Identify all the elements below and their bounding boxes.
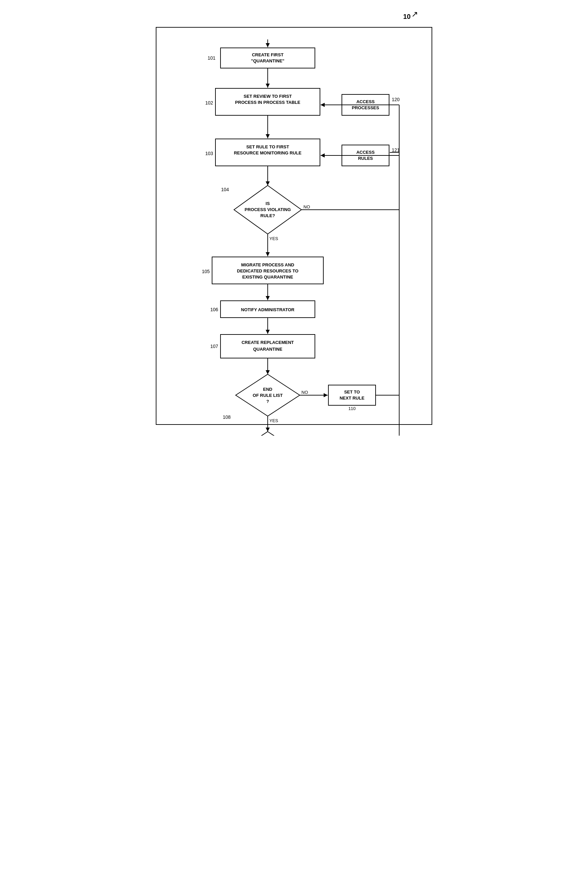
- svg-marker-41: [266, 296, 270, 300]
- svg-text:104: 104: [221, 187, 229, 192]
- svg-text:CREATE REPLACEMENT: CREATE REPLACEMENT: [242, 340, 294, 345]
- svg-text:ACCESS: ACCESS: [356, 150, 375, 155]
- svg-text:107: 107: [210, 344, 219, 349]
- node-101-rect: [220, 48, 315, 68]
- svg-marker-4: [266, 84, 270, 88]
- svg-text:YES: YES: [269, 418, 278, 423]
- svg-text:?: ?: [266, 399, 269, 404]
- svg-text:NO: NO: [303, 204, 310, 209]
- svg-text:SET RULE TO FIRST: SET RULE TO FIRST: [246, 144, 289, 149]
- diagram-container: CREATE FIRST "QUARANTINE" 101 SET REVIEW…: [156, 27, 432, 425]
- svg-text:PROCESS VIOLATING: PROCESS VIOLATING: [245, 207, 291, 212]
- svg-marker-14: [266, 134, 270, 138]
- svg-text:RESOURCE MONITORING RULE: RESOURCE MONITORING RULE: [234, 150, 302, 156]
- svg-text:PROCESSES: PROCESSES: [352, 105, 379, 110]
- svg-marker-45: [266, 330, 270, 334]
- svg-text:QUARANTINE: QUARANTINE: [253, 346, 282, 352]
- svg-text:106: 106: [210, 307, 219, 312]
- figure-label: 10: [403, 13, 411, 21]
- flowchart-svg: CREATE FIRST "QUARANTINE" 101 SET REVIEW…: [163, 38, 440, 436]
- svg-text:MIGRATE PROCESS AND: MIGRATE PROCESS AND: [241, 262, 294, 267]
- node-109-diamond: [236, 432, 300, 436]
- svg-marker-24: [266, 182, 270, 186]
- svg-text:SET REVIEW TO FIRST: SET REVIEW TO FIRST: [244, 94, 292, 99]
- svg-text:EXISTING QUARANTINE: EXISTING QUARANTINE: [242, 274, 293, 279]
- svg-text:101: 101: [208, 55, 216, 61]
- svg-text:108: 108: [223, 414, 231, 420]
- figure-arrow: ↗: [411, 9, 418, 19]
- svg-marker-50: [266, 370, 270, 374]
- svg-marker-32: [266, 252, 270, 256]
- node-110-rect: [328, 385, 376, 405]
- svg-text:NEXT RULE: NEXT RULE: [339, 396, 364, 400]
- svg-text:105: 105: [202, 269, 210, 274]
- svg-text:102: 102: [206, 100, 213, 105]
- svg-text:110: 110: [348, 406, 356, 411]
- flowchart: CREATE FIRST "QUARANTINE" 101 SET REVIEW…: [163, 38, 425, 409]
- svg-text:DEDICATED RESOURCES TO: DEDICATED RESOURCES TO: [237, 268, 298, 273]
- svg-text:NO: NO: [302, 390, 308, 395]
- svg-text:"QUARANTINE": "QUARANTINE": [251, 58, 285, 63]
- svg-text:IS: IS: [266, 201, 270, 206]
- svg-text:120: 120: [392, 97, 400, 102]
- svg-text:ACCESS: ACCESS: [356, 99, 375, 104]
- node-107-rect: [220, 334, 315, 358]
- svg-marker-83: [266, 43, 270, 47]
- svg-text:CREATE FIRST: CREATE FIRST: [252, 52, 284, 57]
- svg-marker-58: [266, 428, 270, 432]
- svg-marker-63: [324, 393, 328, 397]
- svg-text:103: 103: [206, 151, 213, 156]
- svg-text:OF RULE LIST: OF RULE LIST: [253, 393, 283, 398]
- svg-text:121: 121: [392, 147, 400, 153]
- svg-marker-81: [321, 153, 325, 158]
- svg-text:END: END: [263, 387, 272, 392]
- svg-marker-79: [321, 103, 325, 107]
- svg-text:NOTIFY ADMINISTRATOR: NOTIFY ADMINISTRATOR: [241, 307, 295, 312]
- svg-text:RULE?: RULE?: [260, 213, 275, 218]
- page: 10 ↗ CREATE FIRST "QUARANTINE" 101 SET R…: [147, 7, 441, 445]
- svg-text:YES: YES: [269, 236, 278, 241]
- svg-text:PROCESS IN PROCESS TABLE: PROCESS IN PROCESS TABLE: [235, 100, 300, 105]
- svg-text:SET TO: SET TO: [344, 390, 360, 394]
- svg-text:RULES: RULES: [358, 156, 373, 161]
